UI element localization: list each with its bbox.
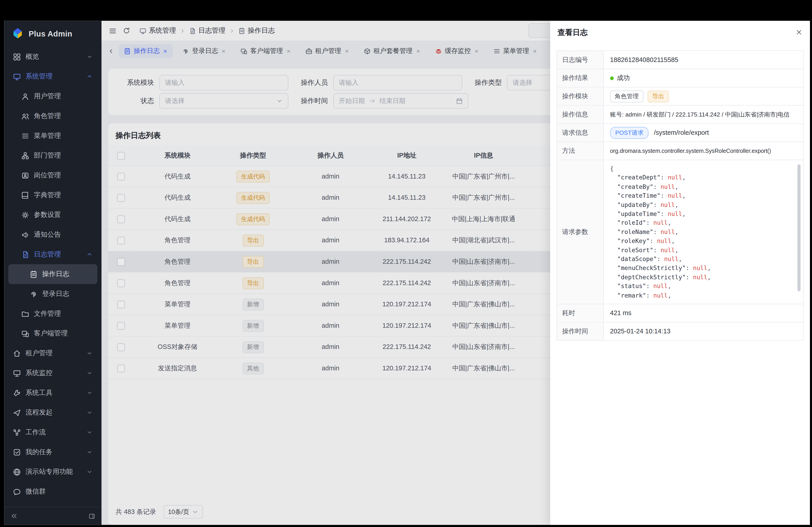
log-detail-table: 日志编号 1882612840802115585 操作结果 成功 操作模块 角色… — [556, 50, 804, 341]
field-value-result: 成功 — [604, 69, 803, 87]
screen: Plus Admin 概览系统管理用户管理角色管理菜单管理部门管理岗位管理字典管… — [0, 0, 812, 527]
drawer-close-icon[interactable] — [795, 29, 802, 36]
field-value-params[interactable]: { "createDept": null, "createBy": null, … — [604, 160, 803, 304]
field-label-cost: 耗时 — [557, 304, 604, 322]
success-dot-icon — [610, 76, 614, 80]
app-window: Plus Admin 概览系统管理用户管理角色管理菜单管理部门管理岗位管理字典管… — [4, 21, 810, 525]
module-tag: 角色管理 — [610, 90, 643, 102]
field-label-params: 请求参数 — [557, 160, 604, 304]
field-value-time: 2025-01-24 10:14:13 — [604, 322, 803, 340]
field-value-log-id: 1882612840802115585 — [604, 51, 803, 69]
field-label-log-id: 日志编号 — [557, 51, 604, 69]
field-label-info: 操作信息 — [557, 105, 604, 123]
field-label-module: 操作模块 — [557, 88, 604, 105]
result-text: 成功 — [617, 74, 630, 82]
field-value-method: org.dromara.system.controller.system.Sys… — [604, 142, 803, 160]
log-detail-drawer: 查看日志 日志编号 1882612840802115585 操作结果 成功 操作… — [550, 21, 810, 525]
request-path: /system/role/export — [654, 129, 709, 136]
field-value-module: 角色管理 导出 — [604, 88, 803, 105]
params-scrollbar[interactable] — [797, 164, 800, 291]
field-label-result: 操作结果 — [557, 69, 604, 87]
field-label-time: 操作时间 — [557, 322, 604, 340]
field-value-request: POST请求 /system/role/export — [604, 124, 803, 141]
drawer-header: 查看日志 — [550, 21, 810, 44]
drawer-title: 查看日志 — [557, 27, 588, 37]
action-tag: 导出 — [648, 90, 669, 102]
post-method-tag: POST请求 — [610, 127, 649, 139]
field-label-request: 请求信息 — [557, 124, 604, 141]
field-value-cost: 421 ms — [604, 304, 803, 322]
request-params-code: { "createDept": null, "createBy": null, … — [610, 164, 795, 300]
field-label-method: 方法 — [557, 142, 604, 160]
field-value-info: 账号: admin / 研发部门 / 222.175.114.242 / 中国|… — [604, 105, 803, 123]
